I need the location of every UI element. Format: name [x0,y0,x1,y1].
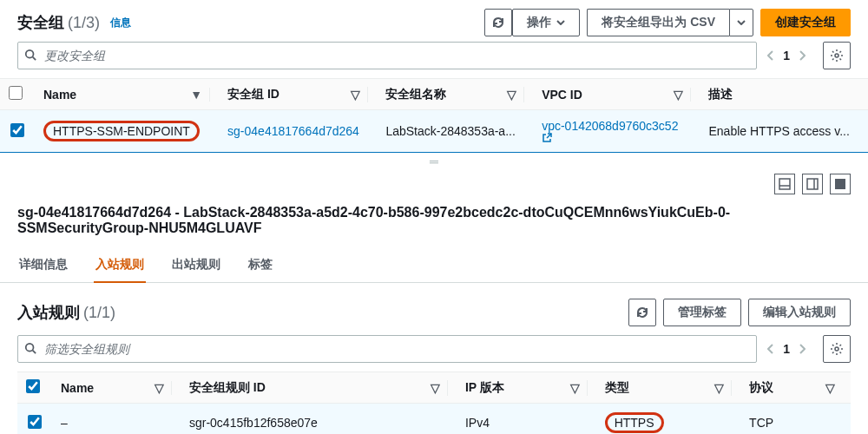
th-sgname-label: 安全组名称 [385,87,446,102]
th-rule-name[interactable]: Name▽ [52,372,181,404]
manage-tags-button[interactable]: 管理标签 [663,299,741,326]
refresh-button[interactable] [484,9,512,36]
th-proto[interactable]: 协议▽ [740,372,851,404]
rule-id-cell: sgr-0c415fb12f658e07e [181,404,457,435]
th-desc-label: 描述 [708,87,733,102]
rule-row[interactable]: – sgr-0c415fb12f658e07e IPv4 HTTPS TCP [17,404,851,435]
page-next-icon[interactable] [799,344,806,354]
sg-search-box [17,42,757,69]
th-name[interactable]: Name▼ [35,79,219,110]
rules-search-row: 1 [17,326,851,372]
caret-down-icon [737,20,746,25]
tab-tags[interactable]: 标签 [247,248,274,282]
create-sg-button[interactable]: 创建安全组 [760,9,851,36]
th-rule-id[interactable]: 安全组规则 ID▽ [181,372,457,404]
sort-caret-icon: ▼ [190,88,202,102]
sg-search-input[interactable] [17,42,757,69]
rules-pager: 1 [767,342,806,356]
sort-unsorted-icon: ▽ [351,88,360,102]
export-csv-dropdown[interactable] [729,9,753,36]
inbound-rules-section: 入站规则 (1/1) 管理标签 编辑入站规则 1 Name▽ 安全组规则 ID▽ [0,283,868,434]
detail-view-toolbar [0,170,868,198]
th-ipver[interactable]: IP 版本▽ [457,372,596,404]
svg-point-1 [835,54,838,57]
sg-name-highlight: HTTPS-SSM-ENDPOINT [43,121,200,141]
refresh-icon [491,16,505,30]
settings-button[interactable] [823,42,851,69]
rule-type-highlight: HTTPS [605,412,664,433]
row-checkbox[interactable] [10,123,24,137]
th-rule-name-label: Name [61,381,94,395]
page-prev-icon[interactable] [767,344,774,354]
refresh-icon [635,306,649,319]
layout-full-button[interactable] [830,174,851,194]
sg-name-value: HTTPS-SSM-ENDPOINT [53,124,190,138]
th-vpc-label: VPC ID [542,88,582,102]
tab-inbound[interactable]: 入站规则 [94,248,146,283]
select-all-checkbox[interactable] [9,86,23,100]
rules-title: 入站规则 [17,302,80,323]
gear-icon [830,342,844,356]
sort-unsorted-icon: ▽ [714,381,724,395]
th-name-label: Name [43,88,76,102]
page-prev-icon[interactable] [767,50,774,61]
rules-table: Name▽ 安全组规则 ID▽ IP 版本▽ 类型▽ 协议▽ – sgr-0c4… [17,372,851,434]
svg-rect-6 [835,179,845,189]
search-icon [24,342,36,354]
rules-select-all-checkbox[interactable] [26,379,40,393]
page-number: 1 [783,49,790,62]
th-rules-select-all[interactable] [17,372,52,404]
rule-type-value: HTTPS [615,416,654,430]
layout-split-h-button[interactable] [774,174,795,194]
gear-icon [830,49,844,62]
actions-button[interactable]: 操作 [512,9,580,36]
sort-unsorted-icon: ▽ [155,381,164,395]
actions-label: 操作 [527,15,551,30]
sg-table: Name▼ 安全组 ID▽ 安全组名称▽ VPC ID▽ 描述 HTTPS-SS… [0,78,868,153]
rules-header: 入站规则 (1/1) 管理标签 编辑入站规则 [17,299,851,326]
sort-unsorted-icon: ▽ [570,381,580,395]
th-select-all[interactable] [0,79,35,110]
vpc-id-link[interactable]: vpc-0142068d9760c3c52 [542,119,678,133]
th-desc[interactable]: 描述 [700,79,868,110]
th-sgname[interactable]: 安全组名称▽ [377,79,533,110]
rules-search-input[interactable] [17,335,757,363]
panel-resize-handle[interactable]: ═ [0,153,868,170]
rules-refresh-button[interactable] [628,299,656,326]
th-vpc[interactable]: VPC ID▽ [533,79,700,110]
layout-split-v-button[interactable] [802,174,823,194]
table-row[interactable]: HTTPS-SSM-ENDPOINT sg-04e41817664d7d264 … [0,110,868,153]
external-link-icon [542,133,691,143]
export-csv-button[interactable]: 将安全组导出为 CSV [587,9,729,36]
svg-point-8 [835,347,838,351]
th-ipver-label: IP 版本 [465,380,504,396]
sg-search-row: 1 [0,42,868,78]
rule-row-checkbox[interactable] [28,415,42,429]
rules-search-box [17,335,757,363]
svg-rect-4 [807,179,818,189]
sg-name-cell: LabStack-2848353a-a... [377,110,533,153]
sg-id-link[interactable]: sg-04e41817664d7d264 [227,124,359,138]
edit-inbound-rules-button[interactable]: 编辑入站规则 [748,299,851,326]
th-rule-id-label: 安全组规则 ID [189,380,266,396]
caret-down-icon [556,20,565,25]
svg-rect-2 [779,179,790,189]
sg-desc-cell: Enable HTTPS access v... [700,110,868,153]
info-link[interactable]: 信息 [110,16,131,30]
sg-panel-count: (1/3) [68,14,100,32]
tab-info[interactable]: 详细信息 [17,248,69,282]
rules-count: (1/1) [83,304,115,322]
svg-point-7 [26,344,34,352]
rules-settings-button[interactable] [823,335,851,363]
th-type[interactable]: 类型▽ [596,372,740,404]
page-next-icon[interactable] [799,50,806,61]
sort-unsorted-icon: ▽ [507,88,516,102]
sg-panel-header: 安全组 (1/3) 信息 操作 将安全组导出为 CSV 创建安全组 [0,0,868,42]
tab-outbound[interactable]: 出站规则 [170,248,222,282]
sort-unsorted-icon: ▽ [674,88,683,102]
rule-ipver-cell: IPv4 [457,404,596,435]
sg-pager: 1 [767,49,806,62]
th-type-label: 类型 [605,380,629,396]
search-icon [24,49,36,61]
th-sgid[interactable]: 安全组 ID▽ [219,79,377,110]
